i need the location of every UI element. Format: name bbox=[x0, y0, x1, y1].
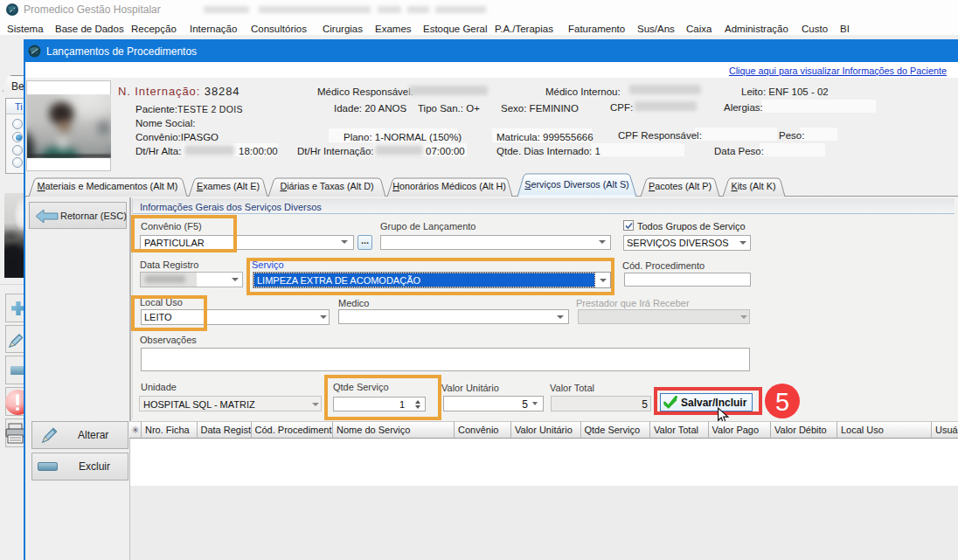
svg-text:Kits (Alt K): Kits (Alt K) bbox=[732, 181, 776, 191]
svg-text:Materiais e Medicamentos (Alt: Materiais e Medicamentos (Alt M) bbox=[38, 181, 178, 191]
svg-text:Pacotes (Alt P): Pacotes (Alt P) bbox=[649, 181, 712, 191]
svg-text:Diárias e Taxas (Alt D): Diárias e Taxas (Alt D) bbox=[280, 181, 373, 191]
svg-text:Serviços Diversos (Alt S): Serviços Diversos (Alt S) bbox=[524, 179, 628, 190]
svg-text:Exames (Alt E): Exames (Alt E) bbox=[197, 181, 260, 191]
svg-text:Honorários Médicos (Alt H): Honorários Médicos (Alt H) bbox=[392, 181, 506, 191]
